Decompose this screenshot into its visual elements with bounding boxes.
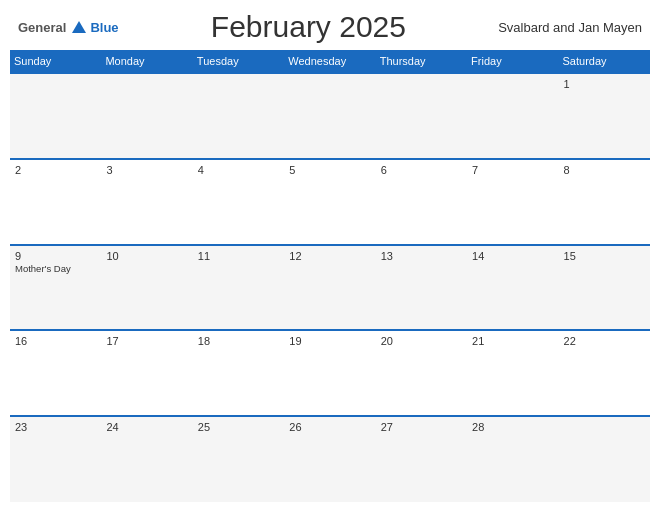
day-number: 6 xyxy=(381,164,462,176)
region-label: Svalbard and Jan Mayen xyxy=(498,20,642,35)
calendar-title: February 2025 xyxy=(119,10,499,44)
calendar-day-cell: 3 xyxy=(101,159,192,245)
day-number: 1 xyxy=(564,78,645,90)
calendar-day-cell: 15 xyxy=(559,245,650,331)
calendar-day-cell xyxy=(10,73,101,159)
calendar-day-cell: 27 xyxy=(376,416,467,502)
day-number: 17 xyxy=(106,335,187,347)
col-tuesday: Tuesday xyxy=(193,50,284,73)
calendar-header-row: Sunday Monday Tuesday Wednesday Thursday… xyxy=(10,50,650,73)
calendar-day-cell: 22 xyxy=(559,330,650,416)
calendar-day-cell: 20 xyxy=(376,330,467,416)
day-number: 20 xyxy=(381,335,462,347)
calendar-day-cell xyxy=(467,73,558,159)
day-number: 21 xyxy=(472,335,553,347)
day-number: 22 xyxy=(564,335,645,347)
col-friday: Friday xyxy=(467,50,558,73)
day-number: 24 xyxy=(106,421,187,433)
day-number: 26 xyxy=(289,421,370,433)
day-number: 14 xyxy=(472,250,553,262)
calendar-page: General Blue February 2025 Svalbard and … xyxy=(0,0,660,510)
calendar-day-cell: 5 xyxy=(284,159,375,245)
calendar-table: Sunday Monday Tuesday Wednesday Thursday… xyxy=(10,50,650,502)
calendar-day-cell: 21 xyxy=(467,330,558,416)
calendar-week-row: 16171819202122 xyxy=(10,330,650,416)
day-number: 28 xyxy=(472,421,553,433)
col-monday: Monday xyxy=(101,50,192,73)
calendar-day-cell: 8 xyxy=(559,159,650,245)
calendar-day-cell: 17 xyxy=(101,330,192,416)
day-number: 12 xyxy=(289,250,370,262)
calendar-day-cell xyxy=(101,73,192,159)
calendar-day-cell: 7 xyxy=(467,159,558,245)
day-number: 16 xyxy=(15,335,96,347)
calendar-day-cell: 19 xyxy=(284,330,375,416)
calendar-week-row: 2345678 xyxy=(10,159,650,245)
day-number: 9 xyxy=(15,250,96,262)
calendar-day-cell: 24 xyxy=(101,416,192,502)
day-number: 13 xyxy=(381,250,462,262)
day-number: 27 xyxy=(381,421,462,433)
day-number: 19 xyxy=(289,335,370,347)
logo-general-text: General xyxy=(18,20,66,35)
logo-blue-text: Blue xyxy=(90,20,118,35)
calendar-day-cell: 16 xyxy=(10,330,101,416)
day-number: 11 xyxy=(198,250,279,262)
day-number: 4 xyxy=(198,164,279,176)
calendar-day-cell: 14 xyxy=(467,245,558,331)
calendar-day-cell: 25 xyxy=(193,416,284,502)
calendar-day-cell: 4 xyxy=(193,159,284,245)
logo: General Blue xyxy=(18,20,119,35)
calendar-day-cell: 1 xyxy=(559,73,650,159)
col-thursday: Thursday xyxy=(376,50,467,73)
calendar-day-cell: 28 xyxy=(467,416,558,502)
logo-triangle-icon xyxy=(72,21,86,33)
event-label: Mother's Day xyxy=(15,263,96,274)
col-wednesday: Wednesday xyxy=(284,50,375,73)
day-number: 3 xyxy=(106,164,187,176)
day-number: 8 xyxy=(564,164,645,176)
day-number: 2 xyxy=(15,164,96,176)
day-number: 25 xyxy=(198,421,279,433)
calendar-week-row: 1 xyxy=(10,73,650,159)
calendar-day-cell: 26 xyxy=(284,416,375,502)
header: General Blue February 2025 Svalbard and … xyxy=(0,0,660,50)
calendar-day-cell xyxy=(559,416,650,502)
calendar-wrapper: Sunday Monday Tuesday Wednesday Thursday… xyxy=(0,50,660,510)
day-number: 15 xyxy=(564,250,645,262)
calendar-day-cell xyxy=(193,73,284,159)
day-number: 7 xyxy=(472,164,553,176)
calendar-day-cell: 12 xyxy=(284,245,375,331)
calendar-week-row: 9Mother's Day101112131415 xyxy=(10,245,650,331)
calendar-day-cell: 18 xyxy=(193,330,284,416)
calendar-day-cell: 6 xyxy=(376,159,467,245)
day-number: 18 xyxy=(198,335,279,347)
day-number: 5 xyxy=(289,164,370,176)
col-sunday: Sunday xyxy=(10,50,101,73)
calendar-day-cell xyxy=(284,73,375,159)
calendar-day-cell: 13 xyxy=(376,245,467,331)
calendar-day-cell: 23 xyxy=(10,416,101,502)
calendar-day-cell: 11 xyxy=(193,245,284,331)
calendar-day-cell: 10 xyxy=(101,245,192,331)
calendar-day-cell: 9Mother's Day xyxy=(10,245,101,331)
calendar-week-row: 232425262728 xyxy=(10,416,650,502)
calendar-day-cell xyxy=(376,73,467,159)
day-number: 10 xyxy=(106,250,187,262)
calendar-day-cell: 2 xyxy=(10,159,101,245)
col-saturday: Saturday xyxy=(559,50,650,73)
day-number: 23 xyxy=(15,421,96,433)
